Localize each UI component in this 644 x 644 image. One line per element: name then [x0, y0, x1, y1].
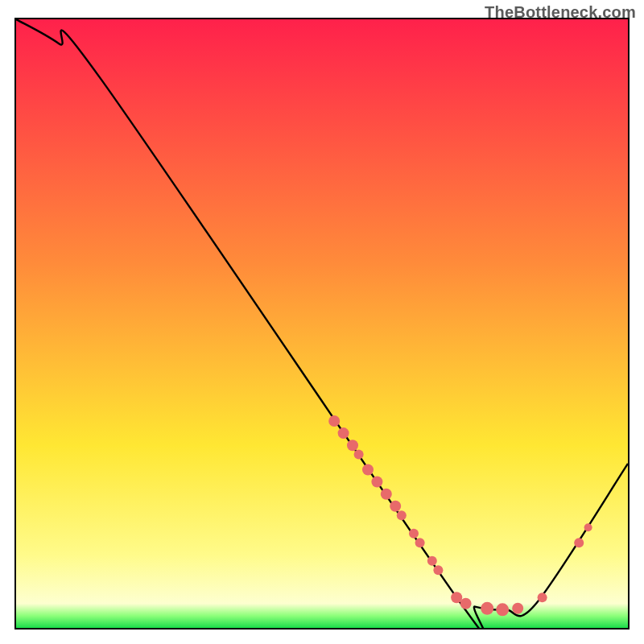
data-marker: [338, 427, 349, 439]
data-marker: [409, 529, 419, 539]
data-marker: [481, 602, 493, 615]
data-marker: [328, 415, 340, 427]
chart-plot-area: [14, 18, 630, 630]
data-marker: [427, 556, 437, 566]
data-marker: [354, 450, 364, 460]
data-marker: [381, 489, 392, 500]
data-marker: [512, 603, 523, 614]
data-marker: [451, 592, 462, 603]
data-marker: [496, 603, 509, 616]
chart-curve-layer: [16, 19, 628, 628]
data-marker: [415, 538, 425, 547]
data-marker: [397, 510, 407, 520]
data-marker: [371, 477, 382, 488]
data-marker: [584, 523, 592, 531]
data-markers: [328, 415, 592, 616]
data-marker: [433, 565, 443, 575]
data-marker: [574, 538, 584, 547]
bottleneck-curve: [16, 19, 628, 628]
data-marker: [362, 464, 374, 475]
data-marker: [390, 501, 401, 512]
data-marker: [460, 598, 472, 609]
data-marker: [347, 440, 358, 451]
data-marker: [538, 592, 547, 602]
